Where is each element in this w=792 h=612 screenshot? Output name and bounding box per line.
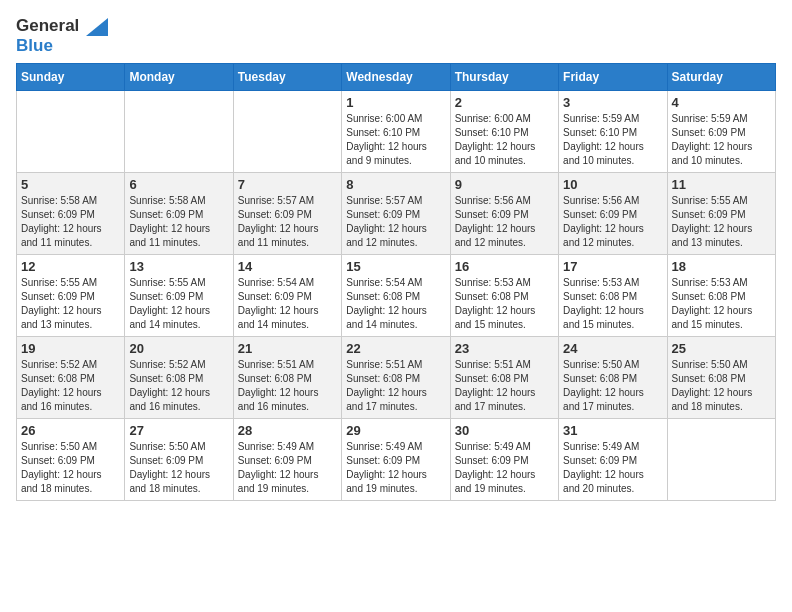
day-info: Sunrise: 5:51 AM Sunset: 6:08 PM Dayligh… — [346, 358, 445, 414]
day-number: 13 — [129, 259, 228, 274]
calendar-week-3: 12Sunrise: 5:55 AM Sunset: 6:09 PM Dayli… — [17, 255, 776, 337]
calendar-cell: 5Sunrise: 5:58 AM Sunset: 6:09 PM Daylig… — [17, 173, 125, 255]
calendar-week-4: 19Sunrise: 5:52 AM Sunset: 6:08 PM Dayli… — [17, 337, 776, 419]
calendar-cell: 27Sunrise: 5:50 AM Sunset: 6:09 PM Dayli… — [125, 419, 233, 501]
calendar-week-5: 26Sunrise: 5:50 AM Sunset: 6:09 PM Dayli… — [17, 419, 776, 501]
calendar-cell: 14Sunrise: 5:54 AM Sunset: 6:09 PM Dayli… — [233, 255, 341, 337]
calendar-week-2: 5Sunrise: 5:58 AM Sunset: 6:09 PM Daylig… — [17, 173, 776, 255]
calendar-week-1: 1Sunrise: 6:00 AM Sunset: 6:10 PM Daylig… — [17, 91, 776, 173]
calendar-cell: 30Sunrise: 5:49 AM Sunset: 6:09 PM Dayli… — [450, 419, 558, 501]
calendar-cell — [125, 91, 233, 173]
day-number: 6 — [129, 177, 228, 192]
day-number: 23 — [455, 341, 554, 356]
calendar-cell: 7Sunrise: 5:57 AM Sunset: 6:09 PM Daylig… — [233, 173, 341, 255]
calendar-cell — [17, 91, 125, 173]
day-number: 26 — [21, 423, 120, 438]
day-info: Sunrise: 5:59 AM Sunset: 6:09 PM Dayligh… — [672, 112, 771, 168]
calendar-cell: 28Sunrise: 5:49 AM Sunset: 6:09 PM Dayli… — [233, 419, 341, 501]
calendar-cell: 10Sunrise: 5:56 AM Sunset: 6:09 PM Dayli… — [559, 173, 667, 255]
calendar-cell — [233, 91, 341, 173]
day-number: 4 — [672, 95, 771, 110]
day-number: 11 — [672, 177, 771, 192]
day-info: Sunrise: 5:49 AM Sunset: 6:09 PM Dayligh… — [455, 440, 554, 496]
weekday-header-tuesday: Tuesday — [233, 64, 341, 91]
logo: General Blue — [16, 16, 108, 55]
day-info: Sunrise: 5:50 AM Sunset: 6:08 PM Dayligh… — [563, 358, 662, 414]
day-number: 17 — [563, 259, 662, 274]
day-info: Sunrise: 5:53 AM Sunset: 6:08 PM Dayligh… — [672, 276, 771, 332]
day-info: Sunrise: 5:56 AM Sunset: 6:09 PM Dayligh… — [455, 194, 554, 250]
day-info: Sunrise: 5:49 AM Sunset: 6:09 PM Dayligh… — [563, 440, 662, 496]
day-info: Sunrise: 5:50 AM Sunset: 6:08 PM Dayligh… — [672, 358, 771, 414]
calendar-cell: 21Sunrise: 5:51 AM Sunset: 6:08 PM Dayli… — [233, 337, 341, 419]
day-number: 31 — [563, 423, 662, 438]
day-info: Sunrise: 5:51 AM Sunset: 6:08 PM Dayligh… — [238, 358, 337, 414]
page-header: General Blue — [16, 16, 776, 55]
day-number: 21 — [238, 341, 337, 356]
weekday-header-saturday: Saturday — [667, 64, 775, 91]
day-info: Sunrise: 5:51 AM Sunset: 6:08 PM Dayligh… — [455, 358, 554, 414]
day-number: 3 — [563, 95, 662, 110]
calendar-cell: 15Sunrise: 5:54 AM Sunset: 6:08 PM Dayli… — [342, 255, 450, 337]
calendar-cell: 24Sunrise: 5:50 AM Sunset: 6:08 PM Dayli… — [559, 337, 667, 419]
calendar-cell: 6Sunrise: 5:58 AM Sunset: 6:09 PM Daylig… — [125, 173, 233, 255]
calendar-cell: 31Sunrise: 5:49 AM Sunset: 6:09 PM Dayli… — [559, 419, 667, 501]
day-info: Sunrise: 5:50 AM Sunset: 6:09 PM Dayligh… — [21, 440, 120, 496]
weekday-header-sunday: Sunday — [17, 64, 125, 91]
day-number: 2 — [455, 95, 554, 110]
day-number: 22 — [346, 341, 445, 356]
calendar-cell — [667, 419, 775, 501]
calendar-cell: 26Sunrise: 5:50 AM Sunset: 6:09 PM Dayli… — [17, 419, 125, 501]
calendar-cell: 1Sunrise: 6:00 AM Sunset: 6:10 PM Daylig… — [342, 91, 450, 173]
day-info: Sunrise: 5:50 AM Sunset: 6:09 PM Dayligh… — [129, 440, 228, 496]
day-number: 12 — [21, 259, 120, 274]
day-info: Sunrise: 6:00 AM Sunset: 6:10 PM Dayligh… — [455, 112, 554, 168]
day-info: Sunrise: 5:59 AM Sunset: 6:10 PM Dayligh… — [563, 112, 662, 168]
weekday-header-friday: Friday — [559, 64, 667, 91]
day-number: 14 — [238, 259, 337, 274]
day-number: 15 — [346, 259, 445, 274]
day-number: 29 — [346, 423, 445, 438]
day-number: 8 — [346, 177, 445, 192]
weekday-header-thursday: Thursday — [450, 64, 558, 91]
day-number: 19 — [21, 341, 120, 356]
calendar-cell: 22Sunrise: 5:51 AM Sunset: 6:08 PM Dayli… — [342, 337, 450, 419]
svg-marker-0 — [86, 18, 108, 36]
day-number: 5 — [21, 177, 120, 192]
day-info: Sunrise: 5:54 AM Sunset: 6:08 PM Dayligh… — [346, 276, 445, 332]
calendar-cell: 18Sunrise: 5:53 AM Sunset: 6:08 PM Dayli… — [667, 255, 775, 337]
day-info: Sunrise: 5:53 AM Sunset: 6:08 PM Dayligh… — [455, 276, 554, 332]
day-number: 24 — [563, 341, 662, 356]
day-info: Sunrise: 5:55 AM Sunset: 6:09 PM Dayligh… — [129, 276, 228, 332]
day-info: Sunrise: 5:58 AM Sunset: 6:09 PM Dayligh… — [129, 194, 228, 250]
day-info: Sunrise: 5:54 AM Sunset: 6:09 PM Dayligh… — [238, 276, 337, 332]
day-number: 9 — [455, 177, 554, 192]
day-number: 30 — [455, 423, 554, 438]
calendar-cell: 9Sunrise: 5:56 AM Sunset: 6:09 PM Daylig… — [450, 173, 558, 255]
weekday-header-wednesday: Wednesday — [342, 64, 450, 91]
day-number: 27 — [129, 423, 228, 438]
day-number: 16 — [455, 259, 554, 274]
day-number: 28 — [238, 423, 337, 438]
day-info: Sunrise: 5:53 AM Sunset: 6:08 PM Dayligh… — [563, 276, 662, 332]
day-number: 1 — [346, 95, 445, 110]
calendar-cell: 12Sunrise: 5:55 AM Sunset: 6:09 PM Dayli… — [17, 255, 125, 337]
day-number: 18 — [672, 259, 771, 274]
weekday-header-row: SundayMondayTuesdayWednesdayThursdayFrid… — [17, 64, 776, 91]
day-info: Sunrise: 5:52 AM Sunset: 6:08 PM Dayligh… — [21, 358, 120, 414]
calendar-cell: 2Sunrise: 6:00 AM Sunset: 6:10 PM Daylig… — [450, 91, 558, 173]
weekday-header-monday: Monday — [125, 64, 233, 91]
calendar-cell: 17Sunrise: 5:53 AM Sunset: 6:08 PM Dayli… — [559, 255, 667, 337]
day-info: Sunrise: 5:57 AM Sunset: 6:09 PM Dayligh… — [346, 194, 445, 250]
day-info: Sunrise: 5:52 AM Sunset: 6:08 PM Dayligh… — [129, 358, 228, 414]
calendar-table: SundayMondayTuesdayWednesdayThursdayFrid… — [16, 63, 776, 501]
logo-blue: Blue — [16, 36, 108, 56]
calendar-cell: 23Sunrise: 5:51 AM Sunset: 6:08 PM Dayli… — [450, 337, 558, 419]
day-number: 10 — [563, 177, 662, 192]
day-number: 20 — [129, 341, 228, 356]
day-info: Sunrise: 5:57 AM Sunset: 6:09 PM Dayligh… — [238, 194, 337, 250]
day-info: Sunrise: 5:49 AM Sunset: 6:09 PM Dayligh… — [346, 440, 445, 496]
day-number: 25 — [672, 341, 771, 356]
day-number: 7 — [238, 177, 337, 192]
day-info: Sunrise: 6:00 AM Sunset: 6:10 PM Dayligh… — [346, 112, 445, 168]
